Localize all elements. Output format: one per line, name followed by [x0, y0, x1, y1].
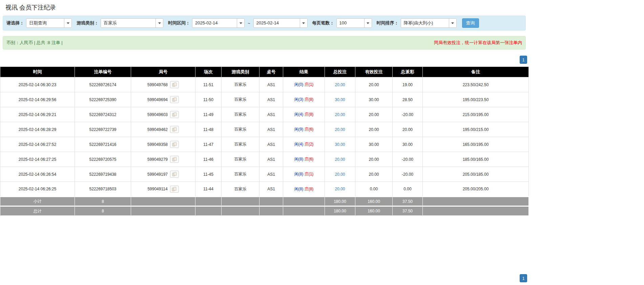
- table-row: 2025-02-14 06:26:54 522269719438 5990491…: [0, 167, 529, 182]
- cards-icon[interactable]: [170, 171, 179, 178]
- table-row: 2025-02-14 06:29:56 522269725390 5990496…: [0, 92, 529, 107]
- session-cell: 11-50: [195, 92, 222, 107]
- col-session: 场次: [195, 67, 222, 77]
- chevron-down-icon[interactable]: [300, 19, 307, 27]
- table-row: 2025-02-14 06:30:23 522269726174 5990497…: [0, 77, 529, 92]
- round-cell: 599049462: [131, 122, 195, 137]
- col-result: 结果: [283, 67, 325, 77]
- table-no-cell: AS1: [259, 107, 283, 122]
- chevron-down-icon[interactable]: [449, 19, 456, 27]
- player-result: 闲(9): [294, 127, 304, 132]
- result-cell: 闲(4) 庄(8): [283, 107, 325, 122]
- bet-id-cell: 522269721416: [75, 137, 131, 152]
- bet-id-cell: 522269720575: [75, 152, 131, 167]
- page-title: 视讯 会员下注纪录: [5, 3, 528, 12]
- date-from-select[interactable]: 2025-02-14: [192, 18, 245, 28]
- result-cell: 闲(8) 庄(8): [283, 182, 325, 197]
- time-cell: 2025-02-14 06:29:56: [0, 92, 75, 107]
- page-size-label: 每页笔数：: [312, 20, 334, 26]
- col-bet-id: 注单编号: [75, 67, 131, 77]
- query-type-select[interactable]: 日期查询: [26, 18, 72, 28]
- total-total-bet: 180.00: [325, 206, 355, 216]
- round-cell: 599049114: [131, 182, 195, 197]
- search-button[interactable]: 查询: [462, 18, 479, 28]
- summary-bar: 币别：人民币 | 总共 :8 注单 | 同局有效投注，统一计算在该局第一张注单内: [3, 36, 526, 50]
- result-cell: 闲(4) 庄(2): [283, 137, 325, 152]
- cards-icon[interactable]: [170, 81, 179, 88]
- col-time: 时间: [0, 67, 75, 77]
- round-cell: 599049279: [131, 152, 195, 167]
- page-1-button[interactable]: 1: [520, 274, 527, 282]
- valid-bet-cell: 20.00: [355, 107, 393, 122]
- payout-cell: 20.00: [393, 122, 423, 137]
- round-number: 599049358: [147, 142, 168, 147]
- total-label: 总计: [0, 206, 75, 216]
- banker-result: 庄(8): [305, 187, 314, 191]
- total-valid-bet: 160.00: [355, 206, 393, 216]
- result-cell: 闲(3) 庄(8): [283, 92, 325, 107]
- result-cell: 闲(8) 庄(1): [283, 167, 325, 182]
- table-body: 2025-02-14 06:30:23 522269726174 5990497…: [0, 77, 529, 197]
- time-range-label: 时间区间：: [168, 20, 190, 26]
- remark-cell: 195.00/223.50: [423, 92, 529, 107]
- game-type-cell: 百家乐: [222, 152, 259, 167]
- chevron-down-icon[interactable]: [155, 19, 163, 27]
- date-to-select[interactable]: 2025-02-14: [253, 18, 308, 28]
- page-1-button[interactable]: 1: [520, 56, 527, 64]
- sort-label: 时间排序：: [377, 20, 399, 26]
- remark-cell: 205.00/185.00: [423, 167, 529, 182]
- total-count: 8: [75, 206, 131, 216]
- game-type-cell: 百家乐: [222, 107, 259, 122]
- tilde-separator: ~: [247, 21, 251, 26]
- time-cell: 2025-02-14 06:26:54: [0, 167, 75, 182]
- total-bet-link[interactable]: 30.00: [335, 142, 345, 147]
- session-cell: 11-46: [195, 152, 222, 167]
- total-payout: 37.50: [393, 206, 423, 216]
- remark-cell: 205.00/205.00: [423, 182, 529, 197]
- sort-select[interactable]: 降幂(由大到小): [401, 18, 457, 28]
- table-no-cell: AS1: [259, 152, 283, 167]
- cards-icon[interactable]: [170, 156, 179, 163]
- session-cell: 11-44: [195, 182, 222, 197]
- banker-result: 庄(8): [305, 97, 314, 102]
- cards-icon[interactable]: [170, 96, 179, 103]
- time-cell: 2025-02-14 06:27:52: [0, 137, 75, 152]
- cards-icon[interactable]: [170, 141, 179, 148]
- round-number: 599049197: [147, 172, 168, 177]
- total-bet-link[interactable]: 20.00: [335, 82, 345, 87]
- banker-result: 庄(8): [305, 112, 314, 117]
- subtotal-label: 小计: [0, 197, 75, 206]
- cards-icon[interactable]: [170, 186, 179, 193]
- chevron-down-icon[interactable]: [237, 19, 244, 27]
- banker-result: 庄(6): [305, 127, 314, 132]
- valid-bet-cell: 0.00: [355, 182, 393, 197]
- subtotal-valid-bet: 160.00: [355, 197, 393, 206]
- total-bet-link[interactable]: 20.00: [335, 157, 345, 162]
- cards-icon[interactable]: [170, 111, 179, 118]
- player-result: 闲(4): [294, 142, 304, 147]
- player-result: 闲(8): [294, 172, 304, 176]
- time-cell: 2025-02-14 06:28:29: [0, 122, 75, 137]
- col-total-bet: 总投注: [325, 67, 355, 77]
- chevron-down-icon[interactable]: [64, 19, 71, 27]
- round-number: 599049603: [147, 112, 168, 117]
- table-row: 2025-02-14 06:27:25 522269720575 5990492…: [0, 152, 529, 167]
- game-type-select[interactable]: 百家乐: [101, 18, 163, 28]
- total-bet-link[interactable]: 30.00: [335, 97, 345, 102]
- page-size-select[interactable]: 100: [336, 18, 372, 28]
- payout-cell: 0.00: [393, 182, 423, 197]
- col-round: 局号: [131, 67, 195, 77]
- total-bet-link[interactable]: 20.00: [335, 112, 345, 117]
- total-bet-link[interactable]: 20.00: [335, 127, 345, 132]
- chevron-down-icon[interactable]: [364, 19, 372, 27]
- total-bet-link[interactable]: 20.00: [335, 172, 345, 177]
- game-type-cell: 百家乐: [222, 182, 259, 197]
- game-type-cell: 百家乐: [222, 92, 259, 107]
- banker-result: 庄(1): [305, 82, 314, 87]
- round-number: 599049694: [147, 97, 168, 102]
- total-bet-link[interactable]: 20.00: [335, 187, 345, 191]
- cards-icon[interactable]: [170, 126, 179, 133]
- date-from-value: 2025-02-14: [192, 19, 237, 27]
- banker-result: 庄(1): [305, 172, 314, 176]
- bet-id-cell: 522269722739: [75, 122, 131, 137]
